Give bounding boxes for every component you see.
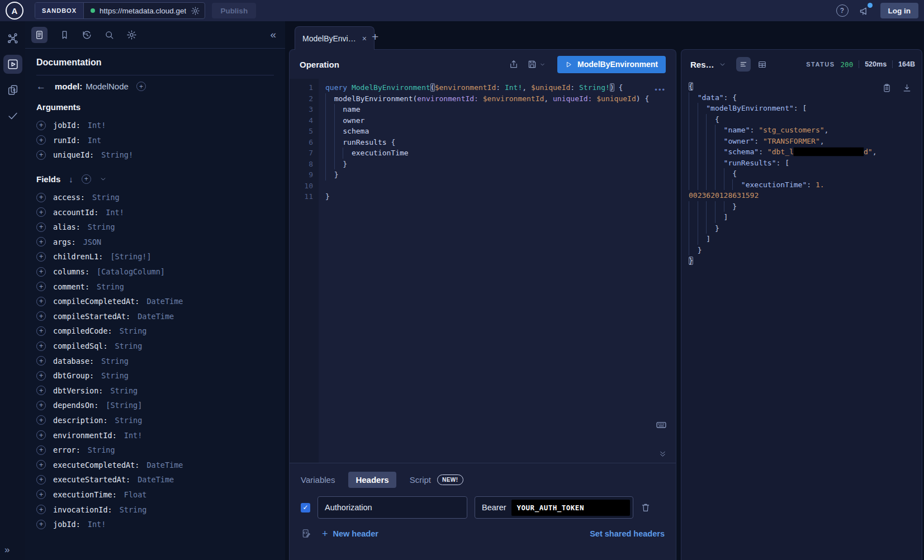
run-operation-button[interactable]: ModelByEnvironment	[557, 56, 666, 73]
add-field-icon[interactable]: +	[36, 282, 46, 291]
field-type-link[interactable]: [String!]	[110, 252, 151, 261]
field-type-link[interactable]: String	[92, 193, 120, 202]
add-field-icon[interactable]: +	[36, 150, 46, 160]
share-button[interactable]	[509, 59, 519, 69]
add-field-icon[interactable]: +	[36, 252, 46, 262]
field-type-link[interactable]: Int!	[124, 431, 143, 440]
field-type-link[interactable]: DateTime	[146, 461, 183, 469]
add-to-query-icon[interactable]: +	[136, 82, 146, 91]
field-type-link[interactable]: String	[97, 282, 124, 291]
tab-variables[interactable]: Variables	[301, 475, 335, 485]
add-field-icon[interactable]: +	[36, 222, 46, 232]
endpoint-url-input[interactable]: https://metadata.cloud.get	[99, 7, 186, 15]
tab-headers[interactable]: Headers	[348, 472, 396, 488]
add-field-icon[interactable]: +	[36, 475, 46, 485]
field-type-link[interactable]: DateTime	[146, 297, 183, 306]
table-view-button[interactable]	[757, 60, 767, 69]
field-type-link[interactable]: DateTime	[138, 312, 174, 321]
add-field-icon[interactable]: +	[36, 297, 46, 306]
field-type-link[interactable]: DateTime	[138, 475, 174, 484]
settings-button[interactable]	[126, 30, 137, 40]
announcements-button[interactable]	[859, 5, 870, 17]
add-field-icon[interactable]: +	[36, 267, 46, 277]
field-type-link[interactable]: String	[88, 222, 115, 231]
new-header-button[interactable]: + New header	[322, 529, 378, 539]
argument-type-link[interactable]: String!	[101, 150, 133, 159]
add-field-icon[interactable]: +	[36, 490, 46, 499]
argument-type-link[interactable]: Int!	[88, 121, 106, 130]
expand-rail-button[interactable]: »	[0, 544, 10, 556]
add-all-fields-icon[interactable]: +	[82, 174, 91, 184]
add-field-icon[interactable]: +	[36, 121, 46, 130]
add-field-icon[interactable]: +	[36, 356, 46, 366]
set-shared-headers-link[interactable]: Set shared headers	[590, 529, 665, 538]
add-field-icon[interactable]: +	[36, 460, 46, 469]
save-button[interactable]	[527, 59, 546, 69]
field-type-link[interactable]: String	[120, 505, 147, 514]
field-type-link[interactable]: String	[115, 416, 143, 425]
raw-view-button[interactable]	[736, 57, 751, 72]
field-type-link[interactable]: JSON	[83, 238, 102, 246]
publish-button[interactable]: Publish	[212, 3, 256, 18]
field-type-link[interactable]: String	[120, 326, 147, 335]
editor-menu-button[interactable]: •••	[655, 86, 666, 94]
response-title-dropdown[interactable]: Res…	[690, 60, 726, 69]
field-type-link[interactable]: [CatalogColumn]	[97, 267, 165, 276]
operation-tab[interactable]: ModelByEnvi… ×	[295, 26, 375, 50]
apollo-logo-icon[interactable]: A	[6, 2, 23, 20]
add-field-icon[interactable]: +	[36, 401, 46, 410]
add-field-icon[interactable]: +	[36, 207, 46, 217]
field-type-link[interactable]: Int!	[88, 520, 106, 529]
close-icon[interactable]: ×	[362, 34, 367, 43]
argument-type-link[interactable]: Int	[88, 136, 101, 145]
add-field-icon[interactable]: +	[36, 445, 46, 455]
field-type-link[interactable]: String	[88, 445, 115, 454]
add-field-icon[interactable]: +	[36, 135, 46, 145]
field-type-link[interactable]: Int!	[106, 208, 124, 217]
add-field-icon[interactable]: +	[36, 386, 46, 395]
add-field-icon[interactable]: +	[36, 311, 46, 321]
add-field-icon[interactable]: +	[36, 237, 46, 246]
field-type-link[interactable]: String	[101, 357, 129, 366]
add-field-icon[interactable]: +	[36, 193, 46, 202]
graphql-editor[interactable]: ••• 1query ModelByEnvironment($environme…	[290, 79, 676, 463]
add-field-icon[interactable]: +	[36, 430, 46, 440]
keyboard-shortcuts-button[interactable]	[656, 419, 667, 430]
header-enabled-checkbox[interactable]: ✓	[301, 503, 310, 512]
add-field-icon[interactable]: +	[36, 326, 46, 336]
help-icon[interactable]: ?	[836, 4, 849, 17]
rail-item-collections[interactable]	[3, 80, 22, 99]
collapse-bottom-panel-button[interactable]	[658, 450, 667, 458]
chevron-down-icon[interactable]	[99, 175, 107, 183]
field-type-link[interactable]: String	[115, 341, 143, 350]
rail-item-schema[interactable]	[3, 29, 22, 48]
new-tab-button[interactable]: +	[372, 31, 378, 42]
delete-header-button[interactable]	[641, 502, 651, 512]
add-field-icon[interactable]: +	[36, 415, 46, 425]
field-type-link[interactable]: [String]	[106, 401, 142, 410]
login-button[interactable]: Log in	[880, 3, 919, 18]
auth-token-value[interactable]: YOUR_AUTH_TOKEN	[511, 500, 630, 516]
add-field-icon[interactable]: +	[36, 505, 46, 514]
back-arrow-icon[interactable]: ←	[36, 82, 46, 91]
search-button[interactable]	[104, 30, 115, 40]
rail-item-checks[interactable]	[3, 106, 22, 125]
field-type-link[interactable]: String	[101, 371, 129, 380]
docs-tab-button[interactable]	[31, 27, 48, 43]
add-field-icon[interactable]: +	[36, 371, 46, 381]
add-field-icon[interactable]: +	[36, 520, 46, 529]
tab-script[interactable]: Script	[410, 475, 431, 485]
rail-item-explorer[interactable]	[3, 55, 22, 74]
header-value-input[interactable]: Bearer YOUR_AUTH_TOKEN	[475, 496, 633, 519]
sort-icon[interactable]: ↓	[69, 174, 73, 184]
bookmarks-button[interactable]	[59, 30, 70, 40]
header-key-input[interactable]: Authorization	[318, 496, 467, 519]
field-type-link[interactable]: String	[110, 386, 138, 395]
endpoint-settings-button[interactable]	[186, 6, 205, 16]
env-variables-button[interactable]	[301, 528, 311, 539]
field-type-link[interactable]: Float	[124, 490, 147, 499]
history-button[interactable]	[82, 30, 92, 40]
add-field-icon[interactable]: +	[36, 341, 46, 351]
collapse-docs-button[interactable]: «	[270, 29, 276, 41]
breadcrumb-type-link[interactable]: ModelNode	[86, 82, 129, 91]
